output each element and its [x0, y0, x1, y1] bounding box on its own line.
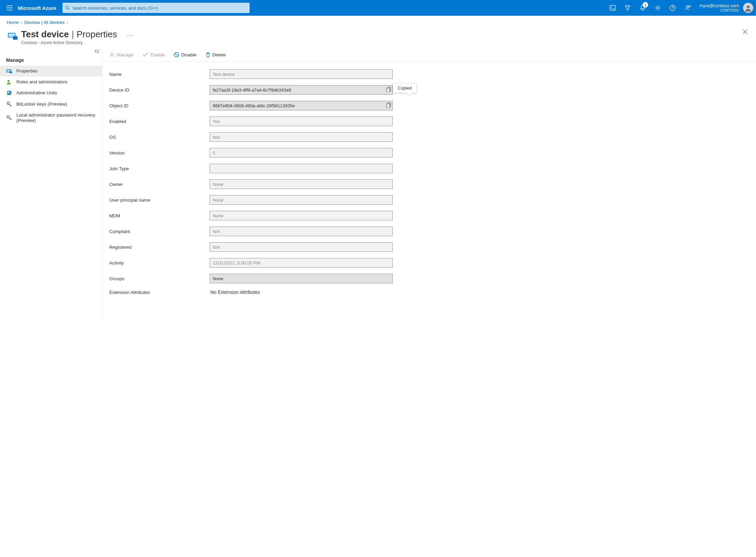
filter-icon — [625, 5, 631, 11]
nav-label: Administrative Units — [16, 90, 96, 96]
form-value: None — [210, 195, 393, 205]
device-resource-icon — [7, 30, 18, 41]
form-row: MDMNone — [109, 211, 505, 220]
form-value-text: Test device — [213, 72, 235, 77]
collapse-nav-button[interactable] — [95, 49, 99, 54]
form-value-text: 12/31/2022, 6:00:00 PM — [213, 260, 260, 266]
settings-button[interactable] — [650, 0, 665, 16]
gear-icon — [109, 52, 115, 57]
nav-item-bitlocker[interactable]: BitLocker keys (Preview) — [0, 99, 102, 110]
help-button[interactable] — [665, 0, 680, 16]
form-label: User principal name — [109, 198, 210, 203]
brand-label[interactable]: Microsoft Azure — [18, 5, 56, 11]
key-icon — [6, 101, 12, 107]
copy-button[interactable] — [386, 103, 391, 109]
form-value: None — [210, 211, 393, 220]
form-row: Activity12/31/2022, 6:00:00 PM — [109, 258, 505, 268]
form-value-text: test — [213, 135, 220, 140]
feedback-button[interactable] — [680, 0, 695, 16]
button-label: Disable — [181, 52, 197, 57]
nav-label: BitLocker keys (Preview) — [16, 101, 96, 107]
form-label: Compliant — [109, 229, 210, 234]
enable-button: Enable — [139, 51, 168, 59]
title-separator: | — [72, 29, 74, 40]
form-value-text: 8687e804-0608-460a-afdc-29f56113935e — [213, 103, 295, 108]
terminal-icon — [610, 5, 616, 11]
form-label: Device ID — [109, 87, 210, 93]
more-actions-button[interactable]: ··· — [126, 32, 133, 39]
breadcrumb-home[interactable]: Home — [7, 20, 19, 25]
svg-point-17 — [7, 116, 10, 118]
form-value-plain: No Extension Attributes — [210, 289, 260, 295]
form-value-text: N/A — [213, 245, 220, 250]
button-label: Manage — [117, 52, 134, 57]
main-content: Manage Enable Disable Delete NameTest de… — [102, 49, 756, 322]
form-row: GroupsNone — [109, 274, 505, 283]
copied-tooltip: Copied — [393, 83, 417, 93]
form-row: CompliantN/A — [109, 227, 505, 236]
form-value: 12/31/2022, 6:00:00 PM — [210, 258, 393, 268]
form-value: fe27aa3f-18e3-4ff9-a7a4-6c7f9db343e8 — [210, 85, 393, 95]
svg-point-2 — [657, 7, 659, 9]
copy-button[interactable] — [386, 87, 391, 93]
account-info[interactable]: myra@contoso.com CONTOSO — [695, 3, 741, 13]
form-label: OS — [109, 135, 210, 140]
directories-button[interactable] — [620, 0, 635, 16]
svg-rect-1 — [610, 5, 615, 10]
form-value: N/A — [210, 227, 393, 236]
nav-item-properties[interactable]: Properties — [0, 66, 102, 77]
search-input[interactable] — [72, 5, 247, 11]
svg-rect-23 — [387, 104, 390, 108]
form-label: Extension Attributes — [109, 290, 210, 295]
page-subtitle: Properties — [76, 29, 117, 40]
cloud-shell-button[interactable] — [605, 0, 620, 16]
breadcrumb: Home › Devices | All devices › — [0, 16, 756, 27]
form-value: test — [210, 132, 393, 142]
form-value-text: 5 — [213, 150, 215, 155]
nav-item-local-admin-password[interactable]: Local administrator password recovery (P… — [0, 110, 102, 126]
form-value-text: None — [213, 276, 223, 281]
form-row: OwnerNone — [109, 179, 505, 189]
button-label: Delete — [212, 52, 226, 57]
svg-rect-15 — [10, 93, 11, 95]
command-bar: Manage Enable Disable Delete — [102, 49, 756, 62]
help-icon — [670, 5, 676, 11]
nav-item-admin-units[interactable]: Administrative Units — [0, 87, 102, 98]
close-blade-button[interactable] — [742, 29, 748, 36]
form-row: Device IDfe27aa3f-18e3-4ff9-a7a4-6c7f9db… — [109, 85, 505, 95]
form-label: Owner — [109, 182, 210, 187]
page-subheading: Contoso - Azure Active Directory — [21, 40, 133, 45]
nav-item-roles[interactable]: Roles and administrators — [0, 77, 102, 87]
global-search[interactable] — [62, 3, 250, 13]
svg-rect-8 — [13, 36, 17, 40]
nav-label: Local administrator password recovery (P… — [16, 112, 96, 123]
form-row: EnabledYes — [109, 117, 505, 126]
delete-button[interactable]: Delete — [202, 51, 229, 59]
form-row: OStest — [109, 132, 505, 142]
chevron-right-icon: › — [67, 20, 68, 25]
form-value-link[interactable]: None — [210, 274, 393, 283]
disable-button[interactable]: Disable — [170, 51, 200, 59]
topbar: Microsoft Azure 1 myra@contoso.com CONTO… — [0, 0, 756, 16]
chevron-double-left-icon — [95, 49, 99, 53]
svg-rect-21 — [387, 88, 390, 92]
manage-button: Manage — [106, 51, 137, 59]
breadcrumb-devices[interactable]: Devices | All devices — [24, 20, 65, 25]
trash-icon — [206, 52, 210, 57]
properties-form: NameTest deviceDevice IDfe27aa3f-18e3-4f… — [102, 62, 512, 309]
form-value: 5 — [210, 148, 393, 158]
notifications-button[interactable]: 1 — [635, 0, 650, 16]
roles-icon — [6, 79, 12, 85]
form-value-text: Yes — [213, 119, 220, 124]
form-label: Enabled — [109, 119, 210, 124]
form-label: MDM — [109, 213, 210, 218]
menu-toggle[interactable] — [3, 5, 16, 10]
form-label: Groups — [109, 276, 210, 281]
svg-point-3 — [670, 5, 675, 11]
avatar[interactable] — [743, 3, 753, 13]
chevron-right-icon: › — [21, 20, 22, 25]
form-label: Name — [109, 72, 210, 77]
svg-point-16 — [7, 102, 10, 104]
svg-rect-14 — [8, 92, 9, 93]
svg-point-18 — [111, 54, 113, 56]
